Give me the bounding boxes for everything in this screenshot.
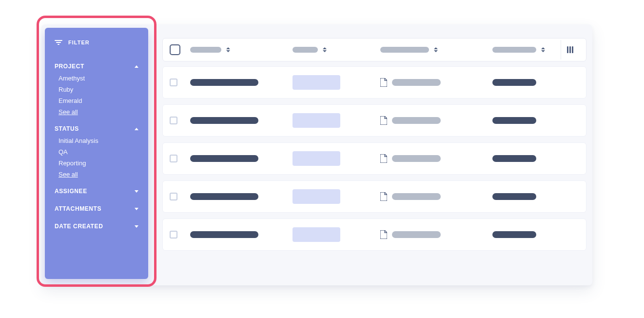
filter-header: FILTER bbox=[55, 40, 138, 45]
cell-name bbox=[190, 117, 293, 124]
filter-section-date-created: DATE CREATED bbox=[55, 218, 138, 234]
cell-tag bbox=[293, 75, 380, 90]
filter-icon bbox=[55, 40, 62, 45]
filter-section-attachments: ATTACHMENTS bbox=[55, 200, 138, 216]
sort-icon[interactable] bbox=[226, 47, 230, 52]
table-row[interactable] bbox=[162, 66, 586, 99]
text-placeholder bbox=[190, 231, 258, 238]
filter-section-title: STATUS bbox=[55, 125, 79, 132]
sort-icon[interactable] bbox=[541, 47, 545, 52]
cell-tag bbox=[293, 189, 380, 204]
filter-panel: FILTER PROJECT Amethyst Ruby Emerald See… bbox=[45, 28, 148, 279]
chevron-down-icon bbox=[135, 225, 138, 228]
text-placeholder bbox=[392, 155, 441, 162]
table-row[interactable] bbox=[162, 180, 586, 213]
text-placeholder bbox=[492, 79, 536, 86]
text-placeholder bbox=[492, 231, 536, 238]
text-placeholder bbox=[392, 117, 441, 124]
cell-meta bbox=[492, 193, 561, 200]
table bbox=[162, 38, 586, 257]
cell-name bbox=[190, 155, 293, 162]
filter-section-head-project[interactable]: PROJECT bbox=[55, 58, 138, 74]
select-all-checkbox[interactable] bbox=[170, 44, 180, 55]
text-placeholder bbox=[392, 193, 441, 200]
table-body bbox=[162, 66, 586, 251]
cell-tag bbox=[293, 227, 380, 242]
filter-section-head-status[interactable]: STATUS bbox=[55, 120, 138, 136]
column-header-2[interactable] bbox=[293, 47, 380, 53]
tag-placeholder bbox=[293, 113, 340, 128]
table-header bbox=[162, 38, 586, 61]
chevron-up-icon bbox=[135, 128, 138, 130]
cell-tag bbox=[293, 113, 380, 128]
filter-section-head-attachments[interactable]: ATTACHMENTS bbox=[55, 200, 138, 216]
filter-section-project: PROJECT Amethyst Ruby Emerald See all bbox=[55, 58, 138, 116]
column-header-1[interactable] bbox=[190, 47, 293, 53]
cell-meta bbox=[492, 155, 561, 162]
filter-item-initial-analysis[interactable]: Initial Analysis bbox=[59, 137, 138, 144]
document-icon bbox=[380, 230, 387, 239]
sort-icon[interactable] bbox=[434, 47, 438, 52]
row-checkbox[interactable] bbox=[170, 155, 177, 162]
filter-see-all-project[interactable]: See all bbox=[59, 108, 138, 116]
cell-attachment bbox=[380, 116, 492, 125]
chevron-up-icon bbox=[135, 65, 138, 68]
text-placeholder bbox=[190, 79, 258, 86]
cell-name bbox=[190, 231, 293, 238]
tag-placeholder bbox=[293, 189, 340, 204]
text-placeholder bbox=[492, 117, 536, 124]
cell-attachment bbox=[380, 230, 492, 239]
column-settings-button[interactable] bbox=[561, 40, 579, 60]
filter-section-title: DATE CREATED bbox=[55, 223, 103, 230]
chevron-down-icon bbox=[135, 208, 138, 210]
column-header-placeholder bbox=[190, 47, 221, 53]
cell-attachment bbox=[380, 154, 492, 163]
row-checkbox[interactable] bbox=[170, 193, 177, 200]
text-placeholder bbox=[392, 79, 441, 86]
row-checkbox[interactable] bbox=[170, 117, 177, 124]
filter-see-all-status[interactable]: See all bbox=[59, 171, 138, 178]
filter-item-qa[interactable]: QA bbox=[59, 148, 138, 156]
column-header-placeholder bbox=[380, 47, 429, 53]
text-placeholder bbox=[392, 231, 441, 238]
table-row[interactable] bbox=[162, 142, 586, 175]
document-icon bbox=[380, 116, 387, 125]
cell-name bbox=[190, 79, 293, 86]
tag-placeholder bbox=[293, 75, 340, 90]
cell-tag bbox=[293, 151, 380, 166]
filter-section-title: PROJECT bbox=[55, 63, 84, 70]
row-checkbox[interactable] bbox=[170, 79, 177, 86]
text-placeholder bbox=[190, 155, 258, 162]
app-canvas: FILTER PROJECT Amethyst Ruby Emerald See… bbox=[41, 24, 592, 285]
column-header-3[interactable] bbox=[380, 47, 492, 53]
filter-section-title: ATTACHMENTS bbox=[55, 205, 101, 212]
tag-placeholder bbox=[293, 227, 340, 242]
document-icon bbox=[380, 154, 387, 163]
table-row[interactable] bbox=[162, 104, 586, 137]
text-placeholder bbox=[492, 155, 536, 162]
cell-meta bbox=[492, 231, 561, 238]
cell-meta bbox=[492, 117, 561, 124]
row-checkbox[interactable] bbox=[170, 231, 177, 238]
column-header-4[interactable] bbox=[492, 47, 561, 53]
text-placeholder bbox=[190, 117, 258, 124]
text-placeholder bbox=[190, 193, 258, 200]
cell-name bbox=[190, 193, 293, 200]
filter-section-head-assignee[interactable]: ASSIGNEE bbox=[55, 183, 138, 199]
filter-item-emerald[interactable]: Emerald bbox=[59, 97, 138, 104]
filter-item-ruby[interactable]: Ruby bbox=[59, 86, 138, 93]
filter-section-status: STATUS Initial Analysis QA Reporting See… bbox=[55, 120, 138, 178]
filter-section-assignee: ASSIGNEE bbox=[55, 183, 138, 199]
cell-meta bbox=[492, 79, 561, 86]
sort-icon[interactable] bbox=[323, 47, 327, 52]
cell-attachment bbox=[380, 192, 492, 201]
table-row[interactable] bbox=[162, 219, 586, 251]
column-header-placeholder bbox=[492, 47, 536, 53]
filter-item-reporting[interactable]: Reporting bbox=[59, 159, 138, 167]
filter-section-title: ASSIGNEE bbox=[55, 188, 87, 195]
tag-placeholder bbox=[293, 151, 340, 166]
columns-icon bbox=[567, 46, 573, 53]
filter-item-amethyst[interactable]: Amethyst bbox=[59, 75, 138, 82]
document-icon bbox=[380, 78, 387, 87]
filter-section-head-date-created[interactable]: DATE CREATED bbox=[55, 218, 138, 234]
